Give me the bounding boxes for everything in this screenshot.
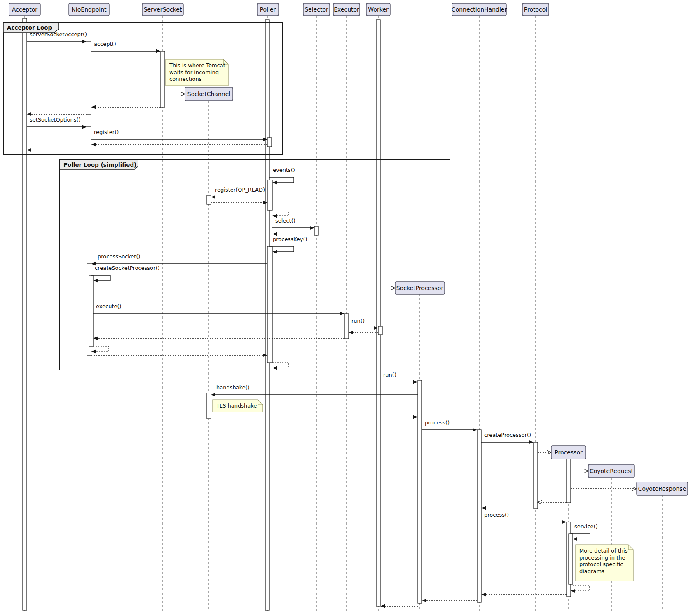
processor-service-return-head [571,589,575,593]
socketchannel-handshake-act [207,393,211,419]
acceptor-thread-bar [23,18,27,610]
participant-label-nioendpoint: NioEndpoint [71,6,107,13]
note-more-detail-text: More detail of this [579,548,628,554]
note-tomcat-waits-text: connections [169,76,202,82]
self-message-label-1: processKey() [273,236,307,242]
message-head-31 [481,593,486,596]
created-participant-label-socketchannel: SocketChannel [187,91,230,97]
self-message-label-2: createSocketProcessor() [95,265,160,271]
participant-label-executor: Executor [334,6,359,13]
frame-0 [3,23,282,154]
note-more-detail-text: processing in the [579,555,625,561]
participant-label-protocol: Protocol [524,6,547,13]
created-participant-label-processor: Processor [555,449,583,456]
message-label-24: createProcessor() [484,432,531,438]
poller-events-return-head [272,214,277,218]
self-message-line-2 [91,275,110,281]
message-head-18 [93,337,98,340]
message-label-0: serverSocketAccept() [30,31,87,37]
self-message-head-2 [93,279,98,282]
worker-thread-bar [376,20,380,606]
protocol-act [534,442,538,509]
created-participant-label-coyoteresponse: CoyoteResponse [638,485,686,492]
participant-label-poller: Poller [260,6,276,13]
nioendpoint-accept-act [87,42,91,114]
message-label-6: register() [94,129,119,135]
self-message-head-3 [573,537,577,541]
nioendpoint-createproc-act [89,275,93,346]
message-label-20: run() [383,372,396,378]
self-message-line-1 [269,246,294,252]
message-head-17 [349,331,353,334]
note-tomcat-waits-text: This is where Tomcat [169,62,225,68]
message-label-15: execute() [96,303,122,309]
poller-events-act [267,180,272,210]
message-head-30 [562,520,567,524]
message-label-11: select() [275,218,295,224]
message-head-24 [529,440,534,444]
participant-label-serversocket: ServerSocket [144,6,182,13]
message-label-13: processSocket() [98,253,140,260]
message-label-30: process() [484,512,509,518]
participant-label-selector: Selector [304,6,328,13]
message-head-21 [211,393,215,396]
self-message-line-0 [269,177,294,183]
message-head-20 [413,380,418,384]
selector-act [314,226,318,235]
frame-label-0: Acceptor Loop [7,24,52,31]
socketchannel-register-act [207,195,211,204]
message-head-32 [422,599,426,602]
message-head-12 [272,232,277,236]
poller-register-act [267,138,272,147]
poller-processkey-act [267,246,272,363]
message-head-15 [340,312,344,315]
socketprocessor-act [418,380,422,603]
participant-label-acceptor: Acceptor [12,6,37,13]
message-head-7 [91,143,96,146]
processor-create-act [567,459,571,503]
note-more-detail-text: protocol specific [579,561,623,567]
message-head-33 [380,604,385,608]
note-tomcat-waits-text: waits for incoming [169,69,219,75]
message-head-1 [156,49,161,53]
participant-label-worker: Worker [368,6,389,13]
message-head-11 [310,226,314,230]
diagram-svg: Acceptor LoopPoller Loop (simplified)Thi… [0,0,693,616]
message-label-5: setSocketOptions() [30,117,81,123]
nioendpoint-setopts-act [87,127,91,150]
nioendpoint-self-return-head [91,350,96,353]
message-head-0 [82,40,87,43]
message-head-23 [473,428,477,431]
executor-act [344,314,349,339]
message-head-4 [27,112,31,116]
worker-run-act [378,326,382,335]
message-head-22 [413,415,418,419]
serversocket-act [161,51,165,107]
processor-service-act [569,534,573,584]
sequence-diagram: Acceptor LoopPoller Loop (simplified)Thi… [0,0,693,616]
message-label-16: run() [351,318,365,324]
message-label-9: register(OP_READ) [215,187,265,193]
message-head-5 [82,125,87,129]
message-label-1: accept() [94,41,116,47]
connectionhandler-act [477,430,481,602]
poller-loop-return-head [272,366,277,370]
created-participant-label-coyoterequest: CoyoteRequest [590,468,634,474]
self-message-head-1 [272,250,277,253]
participant-label-connectionhandler: ConnectionHandler [452,6,507,13]
note-tls-handshake-text: TLS handshake [216,403,257,409]
message-head-3 [91,105,96,109]
note-more-detail-text: diagrams [579,568,604,574]
message-label-21: handshake() [216,384,250,391]
message-label-23: process() [425,419,450,426]
self-message-label-0: events() [273,167,295,173]
self-message-line-3 [571,534,590,539]
message-head-9 [211,195,215,199]
self-message-head-0 [272,181,277,184]
message-head-8 [27,148,31,152]
message-head-29 [481,506,486,510]
frame-label-1: Poller Loop (simplified) [63,162,136,168]
self-message-label-3: service() [574,523,598,529]
created-participant-label-socketprocessor: SocketProcessor [396,285,444,291]
